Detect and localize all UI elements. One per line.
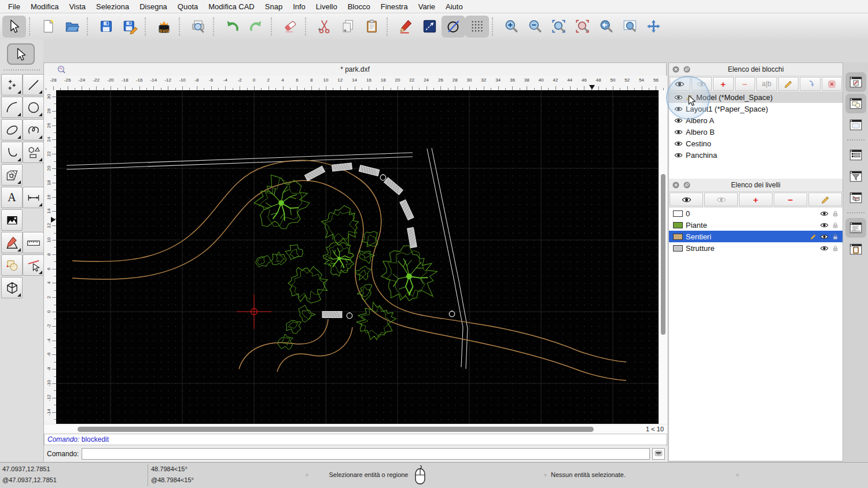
- image-tool[interactable]: [1, 209, 23, 231]
- hatch-tool[interactable]: [1, 164, 23, 186]
- menu-item[interactable]: Info: [288, 2, 311, 11]
- zoom-out-button[interactable]: [523, 16, 547, 38]
- menu-item[interactable]: Modifica: [25, 2, 64, 11]
- block-row[interactable]: Albero B: [669, 126, 843, 138]
- line-tool[interactable]: [23, 74, 44, 95]
- show-all-blocks-button[interactable]: [670, 77, 690, 91]
- block-visibility-eye-icon[interactable]: [674, 128, 683, 136]
- hide-all-blocks-button[interactable]: [692, 77, 712, 91]
- layer-visibility-eye-icon[interactable]: [820, 209, 829, 218]
- paste-button[interactable]: [360, 16, 384, 38]
- modify-attributes-tool[interactable]: [23, 254, 44, 276]
- menu-item[interactable]: Disegna: [134, 2, 172, 11]
- svg-export-button[interactable]: SVG: [152, 16, 176, 38]
- dock-filter-button[interactable]: [845, 167, 866, 186]
- menu-item[interactable]: Snap: [260, 2, 288, 11]
- layer-visibility-eye-icon[interactable]: [820, 232, 829, 241]
- dock-wall-button[interactable]: [845, 188, 866, 208]
- menu-item[interactable]: Aiuto: [440, 2, 468, 11]
- block-visibility-eye-icon[interactable]: [674, 151, 683, 160]
- redo-button[interactable]: [244, 16, 268, 38]
- add-block-button[interactable]: +: [713, 77, 734, 91]
- horizontal-scrollbar-thumb[interactable]: [78, 427, 594, 432]
- layer-row[interactable]: 0: [669, 208, 843, 219]
- copy-button[interactable]: [336, 16, 360, 38]
- menu-item[interactable]: Modifica CAD: [203, 2, 259, 11]
- measure-tool[interactable]: [23, 232, 44, 253]
- delete-button[interactable]: [278, 16, 302, 38]
- menu-item[interactable]: Vista: [64, 2, 91, 11]
- rename-block-button[interactable]: a|b: [756, 77, 777, 91]
- dock-shapes-button[interactable]: [845, 94, 866, 113]
- layer-lock-icon[interactable]: [832, 233, 839, 241]
- save-button[interactable]: [94, 16, 118, 38]
- text-tool[interactable]: A: [1, 187, 23, 208]
- delete-block-button[interactable]: [822, 77, 843, 91]
- circle-tool[interactable]: [23, 97, 44, 118]
- undo-button[interactable]: [220, 16, 244, 38]
- block-visibility-eye-icon[interactable]: [674, 105, 683, 113]
- horizontal-scrollbar[interactable]: 1 < 10: [44, 424, 667, 434]
- iso-view-tool[interactable]: [1, 277, 23, 298]
- zoom-previous-button[interactable]: [594, 16, 618, 38]
- vertical-scrollbar[interactable]: [659, 90, 667, 424]
- show-all-layers-button[interactable]: [670, 193, 703, 206]
- block-row[interactable]: Layout1 (*Paper_Space): [669, 103, 843, 114]
- vertical-scrollbar-thumb[interactable]: [661, 174, 665, 335]
- arc-tool[interactable]: [1, 97, 23, 118]
- new-file-button[interactable]: [36, 16, 60, 38]
- points-tool[interactable]: [1, 74, 23, 95]
- layer-lock-icon[interactable]: [832, 221, 839, 229]
- close-panel-icon[interactable]: [672, 65, 680, 73]
- grid-toggle-button[interactable]: [465, 16, 489, 38]
- menu-item[interactable]: Blocco: [343, 2, 376, 11]
- block-row[interactable]: Model (*Model_Space): [669, 91, 843, 103]
- edit-block-button[interactable]: [778, 77, 799, 91]
- block-row[interactable]: Panchina: [669, 149, 843, 161]
- circle-tool-button[interactable]: [442, 16, 465, 38]
- cut-button[interactable]: [312, 16, 336, 38]
- keyboard-toggle-button[interactable]: [652, 448, 665, 460]
- dock-window-button[interactable]: [845, 115, 866, 135]
- remove-layer-button[interactable]: −: [774, 193, 807, 206]
- menu-item[interactable]: File: [3, 2, 25, 11]
- polyline-tool[interactable]: [1, 142, 23, 163]
- menu-item[interactable]: Livello: [311, 2, 343, 11]
- add-layer-button[interactable]: +: [739, 193, 773, 206]
- zoom-window-button[interactable]: [618, 16, 642, 38]
- select-tool-button[interactable]: [2, 16, 26, 38]
- palette-select-button[interactable]: [7, 43, 35, 65]
- command-input[interactable]: [82, 448, 650, 460]
- open-file-button[interactable]: [60, 16, 84, 38]
- ellipse-tool[interactable]: [1, 119, 23, 141]
- dock-clipboard-button[interactable]: [845, 239, 866, 259]
- hide-all-layers-button[interactable]: [704, 193, 738, 206]
- spline-tool[interactable]: [23, 119, 44, 141]
- dimension-tool[interactable]: [23, 187, 44, 208]
- remove-block-button[interactable]: −: [735, 77, 756, 91]
- menu-item[interactable]: Quota: [172, 2, 203, 11]
- draw-button[interactable]: [394, 16, 418, 38]
- insert-block-button[interactable]: [800, 77, 821, 91]
- layer-row[interactable]: Piante: [669, 219, 843, 231]
- menu-item[interactable]: Seleziona: [91, 2, 134, 11]
- layer-visibility-eye-icon[interactable]: [820, 221, 829, 230]
- pan-button[interactable]: [642, 16, 665, 38]
- dock-list-button[interactable]: [845, 145, 866, 165]
- zoom-in-button[interactable]: [499, 16, 523, 38]
- float-panel-icon[interactable]: [683, 181, 691, 189]
- zoom-selection-button[interactable]: [571, 16, 594, 38]
- layer-row[interactable]: Strutture: [669, 242, 843, 254]
- menu-item[interactable]: Varie: [413, 2, 440, 11]
- float-panel-icon[interactable]: [683, 65, 691, 73]
- block-row[interactable]: Cestino: [669, 138, 843, 149]
- layer-row[interactable]: Sentieri: [669, 231, 843, 242]
- layer-lock-icon[interactable]: [832, 210, 839, 217]
- zoom-auto-button[interactable]: [547, 16, 571, 38]
- close-panel-icon[interactable]: [672, 181, 680, 189]
- block-visibility-eye-icon[interactable]: [674, 139, 683, 148]
- modify-tool[interactable]: [1, 254, 23, 276]
- layer-visibility-eye-icon[interactable]: [820, 244, 829, 253]
- draft-tool[interactable]: [1, 232, 23, 253]
- save-as-button[interactable]: [118, 16, 142, 38]
